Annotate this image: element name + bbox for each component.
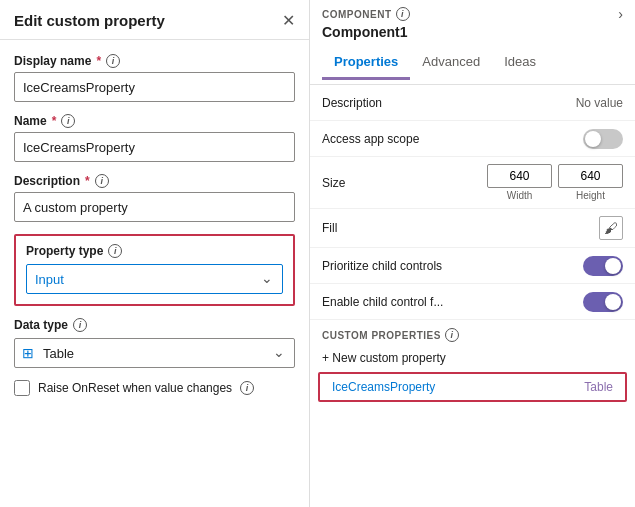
property-type-label: Property type i [26, 244, 283, 258]
prop-prioritize-child-label: Prioritize child controls [322, 259, 442, 273]
display-name-label: Display name * i [14, 54, 295, 68]
property-type-section: Property type i Input Output Event [14, 234, 295, 306]
raise-on-reset-row: Raise OnReset when value changes i [14, 380, 295, 396]
toggle-track-on2[interactable] [583, 292, 623, 312]
description-label: Description * i [14, 174, 295, 188]
right-body: Description No value Access app scope Si… [310, 85, 635, 507]
prop-description-value: No value [576, 96, 623, 110]
toggle-thumb [585, 131, 601, 147]
data-type-info-icon[interactable]: i [73, 318, 87, 332]
custom-props-info-icon[interactable]: i [445, 328, 459, 342]
name-group: Name * i [14, 114, 295, 162]
property-type-wrapper: Input Output Event [26, 264, 283, 294]
left-header: Edit custom property ✕ [0, 0, 309, 40]
prop-description-label: Description [322, 96, 382, 110]
description-group: Description * i [14, 174, 295, 222]
right-panel: COMPONENT i › Component1 Properties Adva… [310, 0, 635, 507]
toggle-thumb2 [605, 294, 621, 310]
add-prop-button[interactable]: + New custom property [310, 346, 635, 370]
size-width-input[interactable] [487, 164, 552, 188]
name-input[interactable] [14, 132, 295, 162]
width-label: Width [507, 190, 533, 201]
custom-props-header: CUSTOM PROPERTIES i [310, 320, 635, 346]
data-type-label: Data type i [14, 318, 295, 332]
property-type-select[interactable]: Input Output Event [26, 264, 283, 294]
prioritize-child-toggle[interactable] [583, 256, 623, 276]
access-app-scope-toggle[interactable] [583, 129, 623, 149]
prop-access-app-scope: Access app scope [310, 121, 635, 157]
custom-prop-type: Table [584, 380, 613, 394]
tab-ideas[interactable]: Ideas [492, 48, 548, 80]
data-type-section: Data type i Table Text Number Boolean [14, 318, 295, 368]
prop-prioritize-child: Prioritize child controls [310, 248, 635, 284]
data-type-wrapper: Table Text Number Boolean [14, 338, 295, 368]
toggle-track[interactable] [583, 129, 623, 149]
display-name-input[interactable] [14, 72, 295, 102]
chevron-right-icon[interactable]: › [618, 6, 623, 22]
prop-size: Size Width Height [310, 157, 635, 209]
prop-fill: Fill 🖌 [310, 209, 635, 248]
left-panel: Edit custom property ✕ Display name * i … [0, 0, 310, 507]
prop-enable-child-label: Enable child control f... [322, 295, 443, 309]
description-input[interactable] [14, 192, 295, 222]
prop-description: Description No value [310, 85, 635, 121]
toggle-track-on[interactable] [583, 256, 623, 276]
prop-enable-child: Enable child control f... [310, 284, 635, 320]
right-header-top: COMPONENT i › [322, 6, 623, 22]
raise-on-reset-info-icon[interactable]: i [240, 381, 254, 395]
prop-size-label: Size [322, 176, 345, 190]
fill-swatch[interactable]: 🖌 [599, 216, 623, 240]
name-info-icon[interactable]: i [61, 114, 75, 128]
data-type-select[interactable]: Table Text Number Boolean [14, 338, 295, 368]
custom-prop-name: IceCreamsProperty [332, 380, 435, 394]
enable-child-toggle[interactable] [583, 292, 623, 312]
prop-fill-label: Fill [322, 221, 337, 235]
raise-on-reset-checkbox[interactable] [14, 380, 30, 396]
tabs-row: Properties Advanced Ideas [322, 48, 623, 80]
size-group: Width Height [487, 164, 623, 201]
name-label: Name * i [14, 114, 295, 128]
component-name: Component1 [322, 24, 623, 40]
width-wrap: Width [487, 164, 552, 201]
tab-properties[interactable]: Properties [322, 48, 410, 80]
display-name-group: Display name * i [14, 54, 295, 102]
height-label: Height [576, 190, 605, 201]
description-info-icon[interactable]: i [95, 174, 109, 188]
prop-access-app-scope-label: Access app scope [322, 132, 419, 146]
component-info-icon[interactable]: i [396, 7, 410, 21]
component-label: COMPONENT i [322, 7, 410, 21]
property-type-info-icon[interactable]: i [108, 244, 122, 258]
panel-title: Edit custom property [14, 12, 165, 29]
toggle-thumb [605, 258, 621, 274]
left-body: Display name * i Name * i Description * … [0, 40, 309, 507]
display-name-info-icon[interactable]: i [106, 54, 120, 68]
close-button[interactable]: ✕ [282, 13, 295, 29]
custom-property-row[interactable]: IceCreamsProperty Table [318, 372, 627, 402]
raise-on-reset-label: Raise OnReset when value changes [38, 381, 232, 395]
right-header: COMPONENT i › Component1 Properties Adva… [310, 0, 635, 85]
size-height-input[interactable] [558, 164, 623, 188]
tab-advanced[interactable]: Advanced [410, 48, 492, 80]
height-wrap: Height [558, 164, 623, 201]
